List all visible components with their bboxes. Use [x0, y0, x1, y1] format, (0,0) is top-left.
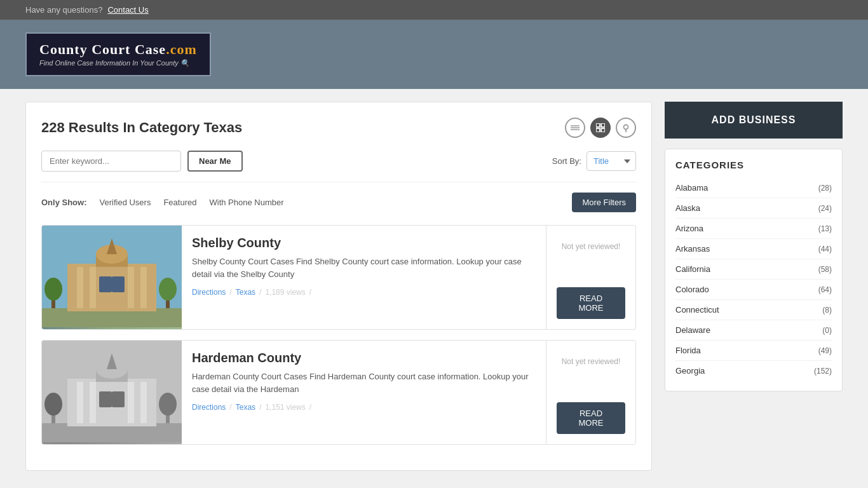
read-more-button-2[interactable]: READ MORE — [557, 402, 625, 434]
category-name: Delaware — [675, 325, 710, 335]
category-count: (152) — [814, 367, 832, 376]
category-item[interactable]: Alaska(24) — [675, 198, 832, 219]
category-item[interactable]: California(58) — [675, 259, 832, 280]
category-name: Arizona — [675, 224, 703, 233]
category-count: (24) — [818, 204, 832, 213]
category-count: (49) — [818, 346, 832, 355]
category-item[interactable]: Connecticut(8) — [675, 300, 832, 320]
svg-rect-5 — [596, 128, 600, 132]
listing-body-2: Hardeman County Hardeman County Court Ca… — [182, 341, 546, 444]
logo-box: County Court Case.com Find Online Case I… — [25, 32, 211, 76]
listing-desc-1: Shelby County Court Cases Find Shelby Co… — [192, 255, 536, 280]
view-icon-grid[interactable] — [590, 118, 611, 138]
svg-point-40 — [159, 393, 177, 416]
listing-side-2: Not yet reviewed! READ MORE — [546, 341, 635, 444]
category-item[interactable]: Georgia(152) — [675, 361, 832, 381]
category-name: Connecticut — [675, 305, 719, 315]
listing-side-1: Not yet reviewed! READ MORE — [546, 226, 635, 329]
listing-directions-1[interactable]: Directions — [192, 288, 226, 297]
logo-subtitle: Find Online Case Information In Your Cou… — [39, 59, 197, 67]
svg-rect-31 — [140, 382, 147, 423]
header: County Court Case.com Find Online Case I… — [0, 20, 868, 89]
svg-rect-3 — [596, 123, 600, 127]
svg-rect-13 — [90, 267, 96, 308]
category-count: (13) — [818, 224, 832, 233]
add-business-button[interactable]: ADD BUSINESS — [665, 102, 843, 139]
category-count: (64) — [818, 285, 832, 294]
category-item[interactable]: Delaware(0) — [675, 320, 832, 341]
sep4: / — [229, 403, 231, 412]
listing-body-1: Shelby County Shelby County Court Cases … — [182, 226, 546, 329]
main-container: 228 Results In Category Texas — [0, 89, 868, 484]
search-bar: Near Me Sort By: Title Date Views Rating — [41, 151, 636, 182]
svg-rect-20 — [112, 276, 125, 292]
listing-desc-2: Hardeman County Court Cases Find Hardema… — [192, 370, 536, 395]
sort-select[interactable]: Title Date Views Rating — [587, 151, 636, 171]
listing-card-1: Shelby County Shelby County Court Cases … — [41, 225, 636, 330]
listing-image-1 — [42, 226, 182, 329]
sep2: / — [259, 288, 261, 297]
category-count: (0) — [822, 326, 832, 335]
category-item[interactable]: Colorado(64) — [675, 280, 832, 300]
category-count: (58) — [818, 265, 832, 274]
category-name: Alaska — [675, 203, 700, 213]
category-item[interactable]: Florida(49) — [675, 341, 832, 361]
svg-point-22 — [44, 278, 62, 301]
view-icons — [565, 118, 636, 138]
contact-us-link[interactable]: Contact Us — [107, 5, 148, 15]
listing-state-2[interactable]: Texas — [236, 403, 255, 412]
svg-rect-14 — [128, 267, 134, 308]
category-count: (28) — [818, 184, 832, 193]
svg-rect-35 — [99, 391, 112, 407]
logo-domain: .com — [166, 41, 197, 57]
search-input[interactable] — [41, 151, 181, 172]
svg-rect-29 — [90, 382, 96, 423]
listing-meta-2: Directions / Texas / 1,151 views / — [192, 403, 536, 412]
sep6: / — [309, 403, 311, 412]
sep5: / — [259, 403, 261, 412]
only-show-label: Only Show: — [41, 198, 87, 207]
category-name: Georgia — [675, 366, 705, 376]
view-icon-map[interactable] — [616, 118, 636, 138]
sep3: / — [309, 288, 311, 297]
filter-verified[interactable]: Verified Users — [100, 198, 151, 207]
category-name: California — [675, 264, 710, 274]
view-icon-list[interactable] — [565, 118, 585, 138]
listing-card-2: Hardeman County Hardeman County Court Ca… — [41, 340, 636, 445]
top-bar: Have any questions? Contact Us — [0, 0, 868, 20]
logo-title: County Court Case.com — [39, 41, 197, 58]
results-title: 228 Results In Category Texas — [41, 119, 242, 136]
results-header: 228 Results In Category Texas — [41, 118, 636, 138]
svg-rect-36 — [112, 391, 125, 407]
svg-rect-6 — [601, 128, 605, 132]
category-name: Florida — [675, 346, 701, 355]
listing-directions-2[interactable]: Directions — [192, 403, 226, 412]
listing-meta-1: Directions / Texas / 1,189 views / — [192, 288, 536, 297]
sidebar: ADD BUSINESS CATEGORIES Alabama(28)Alask… — [665, 102, 843, 471]
category-name: Arkansas — [675, 244, 710, 254]
filter-featured[interactable]: Featured — [163, 198, 196, 207]
sep1: / — [229, 288, 231, 297]
svg-point-7 — [624, 125, 628, 129]
more-filters-button[interactable]: More Filters — [572, 193, 636, 212]
category-item[interactable]: Alabama(28) — [675, 178, 832, 198]
listing-views-2: 1,151 views — [265, 403, 305, 412]
svg-rect-15 — [140, 267, 147, 308]
categories-title: CATEGORIES — [675, 159, 832, 170]
listing-views-1: 1,189 views — [265, 288, 305, 297]
svg-point-24 — [159, 278, 177, 301]
filters-row: Only Show: Verified Users Featured With … — [41, 193, 636, 212]
categories-box: CATEGORIES Alabama(28)Alaska(24)Arizona(… — [665, 149, 843, 391]
category-item[interactable]: Arkansas(44) — [675, 239, 832, 259]
read-more-button-1[interactable]: READ MORE — [557, 287, 625, 319]
listing-title-2: Hardeman County — [192, 351, 536, 365]
near-me-button[interactable]: Near Me — [187, 151, 243, 172]
filter-phone[interactable]: With Phone Number — [209, 198, 283, 207]
category-name: Alabama — [675, 183, 708, 193]
category-count: (44) — [818, 245, 832, 254]
review-status-2: Not yet reviewed! — [562, 357, 621, 366]
category-item[interactable]: Arizona(13) — [675, 219, 832, 239]
svg-rect-28 — [77, 382, 83, 423]
listing-state-1[interactable]: Texas — [236, 288, 255, 297]
category-name: Colorado — [675, 285, 709, 294]
